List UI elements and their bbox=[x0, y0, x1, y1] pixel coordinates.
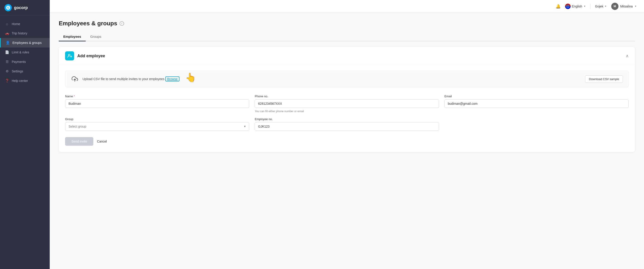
company-selector[interactable]: Gojek ▼ bbox=[595, 5, 606, 8]
logo-text: gocorp bbox=[14, 6, 28, 10]
form-row-1: Name * Phone no. You can fill either pho… bbox=[65, 95, 629, 113]
car-icon: 🚗 bbox=[5, 31, 9, 35]
name-input[interactable] bbox=[65, 99, 249, 108]
sidebar-item-help-center[interactable]: ❓ Help center bbox=[0, 76, 50, 86]
avatar: M bbox=[611, 3, 618, 10]
help-icon: ❓ bbox=[5, 79, 9, 83]
form-group-phone: Phone no. You can fill either phone numb… bbox=[255, 95, 439, 113]
sidebar-item-home[interactable]: ⌂ Home bbox=[0, 19, 50, 29]
add-employee-card: Add employee ∧ Upload CSV file to se bbox=[59, 47, 635, 152]
svg-point-2 bbox=[68, 54, 70, 56]
notification-bell-icon[interactable]: 🔔 bbox=[556, 4, 560, 9]
card-title: Add employee bbox=[77, 54, 105, 58]
document-icon: 📄 bbox=[5, 50, 9, 54]
gear-icon: ⚙ bbox=[5, 69, 9, 73]
form-group-email: Email bbox=[444, 95, 629, 113]
person-icon: 👤 bbox=[6, 41, 10, 45]
sidebar-item-home-label: Home bbox=[12, 22, 20, 26]
send-invite-button[interactable]: Send invite bbox=[65, 137, 93, 146]
form-section: Name * Phone no. You can fill either pho… bbox=[59, 93, 635, 152]
upload-left: Upload CSV file to send multiple invites… bbox=[71, 75, 180, 83]
form-actions: Send invite Cancel bbox=[65, 135, 629, 146]
form-group-empty bbox=[444, 117, 629, 131]
sidebar-logo: G gocorp bbox=[0, 0, 50, 16]
sidebar-item-payments-label: Payments bbox=[12, 60, 26, 64]
tab-groups[interactable]: Groups bbox=[86, 32, 106, 41]
form-row-2: Group Select group ▼ Employee no. bbox=[65, 117, 629, 131]
user-name: Mitsalina bbox=[620, 5, 633, 8]
phone-input[interactable] bbox=[255, 99, 439, 108]
upload-section: Upload CSV file to send multiple invites… bbox=[65, 71, 629, 87]
sidebar-item-limit-rules-label: Limit & rules bbox=[12, 51, 29, 54]
sidebar-item-payments[interactable]: ☰ Payments bbox=[0, 57, 50, 67]
required-star: * bbox=[74, 95, 75, 98]
user-menu[interactable]: M Mitsalina ▼ bbox=[611, 3, 637, 10]
topbar: 🔔 🌐 English ▼ Gojek ▼ M Mitsalina ▼ bbox=[50, 0, 644, 13]
download-csv-button[interactable]: Download CSV sample bbox=[585, 75, 623, 83]
sidebar-item-employees-groups[interactable]: 👤 Employees & groups bbox=[0, 38, 50, 48]
upload-text: Upload CSV file to send multiple invites… bbox=[82, 77, 180, 81]
page-title: Employees & groups bbox=[59, 20, 117, 27]
logo-icon: G bbox=[4, 4, 12, 11]
employee-no-input[interactable] bbox=[255, 122, 439, 131]
tab-employees[interactable]: Employees bbox=[59, 32, 86, 41]
flag-icon: 🌐 bbox=[565, 4, 570, 9]
group-select-wrapper: Select group ▼ bbox=[65, 122, 249, 131]
page-title-row: Employees & groups i bbox=[59, 20, 635, 27]
page-content: Employees & groups i Employees Groups bbox=[50, 13, 644, 269]
add-employee-icon bbox=[65, 51, 74, 60]
home-icon: ⌂ bbox=[5, 22, 9, 26]
company-name: Gojek bbox=[595, 5, 603, 8]
form-group-name: Name * bbox=[65, 95, 249, 113]
sidebar: G gocorp ⌂ Home 🚗 Trip history 👤 Employe… bbox=[0, 0, 50, 269]
email-input[interactable] bbox=[444, 99, 629, 108]
sidebar-item-settings-label: Settings bbox=[12, 70, 23, 73]
company-chevron-icon: ▼ bbox=[604, 5, 607, 8]
svg-text:G: G bbox=[7, 7, 9, 9]
card-header: Add employee ∧ bbox=[59, 47, 635, 65]
main-content: 🔔 🌐 English ▼ Gojek ▼ M Mitsalina ▼ Empl… bbox=[50, 0, 644, 269]
sidebar-item-trip-history-label: Trip history bbox=[12, 32, 27, 35]
language-selector[interactable]: 🌐 English ▼ bbox=[565, 4, 586, 9]
browse-link[interactable]: Browse bbox=[166, 77, 180, 81]
sidebar-item-employees-groups-label: Employees & groups bbox=[12, 41, 42, 45]
email-label: Email bbox=[444, 95, 629, 98]
employee-no-label: Employee no. bbox=[255, 117, 439, 121]
sidebar-nav: ⌂ Home 🚗 Trip history 👤 Employees & grou… bbox=[0, 16, 50, 269]
language-chevron-icon: ▼ bbox=[584, 5, 586, 8]
phone-hint: You can fill either phone number or emai… bbox=[255, 110, 439, 113]
cancel-button[interactable]: Cancel bbox=[97, 140, 107, 143]
sidebar-item-trip-history[interactable]: 🚗 Trip history bbox=[0, 29, 50, 38]
form-group-employee-no: Employee no. bbox=[255, 117, 439, 131]
group-label: Group bbox=[65, 117, 249, 121]
user-chevron-icon: ▼ bbox=[634, 5, 637, 8]
sidebar-item-settings[interactable]: ⚙ Settings bbox=[0, 67, 50, 76]
tabs: Employees Groups bbox=[59, 32, 635, 41]
upload-icon bbox=[71, 75, 79, 83]
group-select[interactable]: Select group bbox=[65, 122, 249, 131]
name-label: Name * bbox=[65, 95, 249, 98]
sidebar-item-limit-rules[interactable]: 📄 Limit & rules bbox=[0, 48, 50, 57]
collapse-button[interactable]: ∧ bbox=[626, 53, 629, 58]
language-label: English bbox=[572, 5, 582, 8]
info-icon[interactable]: i bbox=[120, 21, 124, 26]
sidebar-item-help-center-label: Help center bbox=[12, 79, 28, 83]
card-header-left: Add employee bbox=[65, 51, 105, 60]
payments-icon: ☰ bbox=[5, 60, 9, 64]
form-group-group: Group Select group ▼ bbox=[65, 117, 249, 131]
phone-label: Phone no. bbox=[255, 95, 439, 98]
topbar-divider bbox=[590, 4, 590, 9]
